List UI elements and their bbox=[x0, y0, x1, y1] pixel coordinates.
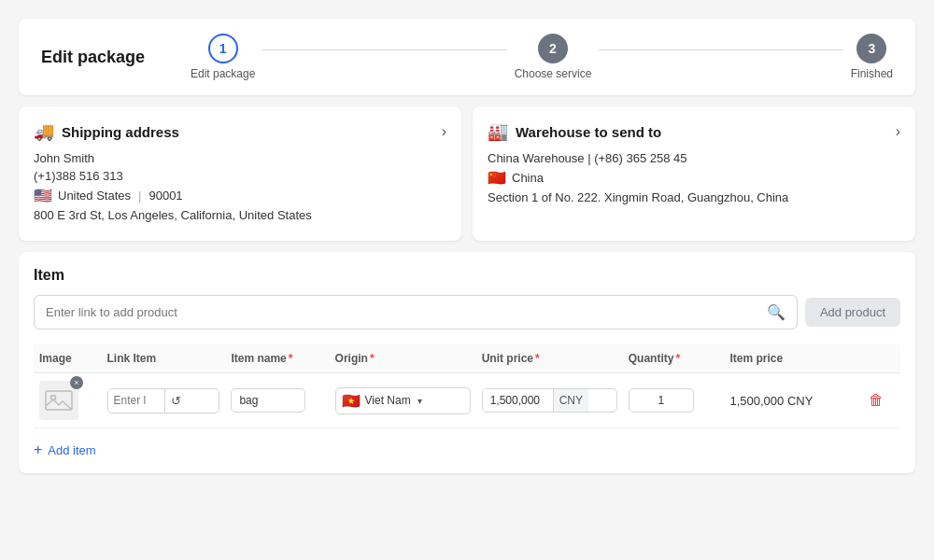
stepper: 1 Edit package 2 Choose service 3 Finish… bbox=[191, 34, 893, 80]
origin-select[interactable]: 🇻🇳 Viet Nam ▾ bbox=[335, 387, 471, 414]
warehouse-icon: 🏭 bbox=[488, 121, 508, 142]
item-price-value: 1,500,000 CNY bbox=[729, 394, 813, 408]
shipping-address-header: 🚚 Shipping address › bbox=[34, 121, 446, 142]
step-2-circle: 2 bbox=[538, 34, 568, 63]
shipping-zip: 90001 bbox=[149, 189, 182, 203]
search-row: 🔍 Add product bbox=[34, 295, 900, 329]
warehouse-name-phone: China Warehouse | (+86) 365 258 45 bbox=[488, 151, 900, 165]
col-link-header: Link Item bbox=[102, 344, 226, 373]
product-thumbnail: × bbox=[39, 381, 78, 420]
thumb-close-button[interactable]: × bbox=[70, 376, 83, 389]
add-product-button[interactable]: Add product bbox=[805, 298, 900, 327]
search-input[interactable] bbox=[46, 305, 767, 319]
shipping-name: John Smith bbox=[34, 151, 446, 165]
shipping-flag: 🇺🇸 bbox=[34, 187, 52, 204]
col-name-header: Item name* bbox=[225, 344, 329, 373]
item-table: Image Link Item Item name* Origin* Unit … bbox=[34, 344, 900, 428]
row-qty-cell bbox=[623, 373, 725, 428]
add-item-plus-icon: + bbox=[34, 441, 42, 458]
warehouse-header: 🏭 Warehouse to send to › bbox=[488, 121, 900, 142]
delete-icon: 🗑 bbox=[869, 392, 884, 408]
row-image-cell: × bbox=[34, 373, 102, 428]
shipping-separator: | bbox=[138, 189, 141, 203]
svg-point-1 bbox=[51, 396, 56, 400]
table-row: × ↺ bbox=[34, 373, 900, 428]
add-item-label: Add item bbox=[48, 443, 95, 457]
refresh-icon: ↺ bbox=[171, 394, 181, 408]
delete-row-button[interactable]: 🗑 bbox=[865, 390, 887, 411]
row-unit-price-cell: CNY bbox=[476, 373, 623, 428]
quantity-input[interactable] bbox=[629, 388, 694, 413]
warehouse-chevron-icon[interactable]: › bbox=[896, 123, 900, 140]
unit-price-wrap: CNY bbox=[482, 388, 617, 413]
row-name-cell bbox=[225, 373, 329, 428]
item-section: Item 🔍 Add product Image Link Item Item … bbox=[19, 252, 915, 473]
search-icon-button[interactable]: 🔍 bbox=[767, 303, 785, 321]
col-unit-header: Unit price* bbox=[476, 344, 623, 373]
page-title: Edit package bbox=[41, 48, 191, 67]
close-icon: × bbox=[74, 378, 78, 387]
item-name-input[interactable] bbox=[231, 388, 305, 413]
shipping-address-card: 🚚 Shipping address › John Smith (+1)388 … bbox=[19, 106, 461, 241]
shipping-address: 800 E 3rd St, Los Angeles, California, U… bbox=[34, 208, 446, 222]
step-1-label: Edit package bbox=[191, 67, 255, 80]
step-1-circle: 1 bbox=[208, 34, 238, 63]
origin-select-inner: 🇻🇳 Viet Nam bbox=[342, 392, 411, 410]
shipping-address-title-row: 🚚 Shipping address bbox=[34, 121, 179, 142]
shipping-country-line: 🇺🇸 United States | 90001 bbox=[34, 187, 446, 204]
col-origin-header: Origin* bbox=[330, 344, 476, 373]
truck-icon: 🚚 bbox=[34, 121, 54, 142]
warehouse-country: China bbox=[512, 171, 544, 185]
search-input-wrap: 🔍 bbox=[34, 295, 798, 329]
product-image-icon bbox=[44, 385, 74, 415]
step-line-1 bbox=[262, 49, 506, 50]
warehouse-country-line: 🇨🇳 China bbox=[488, 169, 900, 187]
refresh-button[interactable]: ↺ bbox=[164, 389, 187, 413]
warehouse-flag: 🇨🇳 bbox=[488, 169, 506, 187]
row-link-cell: ↺ bbox=[102, 373, 226, 428]
step-3[interactable]: 3 Finished bbox=[851, 34, 893, 80]
search-icon: 🔍 bbox=[767, 304, 785, 320]
shipping-phone: (+1)388 516 313 bbox=[34, 169, 446, 183]
cards-row: 🚚 Shipping address › John Smith (+1)388 … bbox=[19, 106, 915, 241]
step-3-circle: 3 bbox=[856, 34, 886, 63]
add-item-row[interactable]: + Add item bbox=[34, 441, 900, 458]
shipping-address-chevron-icon[interactable]: › bbox=[442, 123, 446, 140]
col-action-header bbox=[859, 344, 900, 373]
warehouse-title: Warehouse to send to bbox=[516, 124, 661, 140]
col-image-header: Image bbox=[34, 344, 102, 373]
unit-price-input[interactable] bbox=[483, 389, 553, 412]
currency-tag: CNY bbox=[553, 389, 588, 412]
shipping-address-title: Shipping address bbox=[62, 124, 179, 140]
origin-chevron-icon: ▾ bbox=[417, 396, 422, 406]
row-delete-cell: 🗑 bbox=[859, 373, 900, 428]
table-header-row: Image Link Item Item name* Origin* Unit … bbox=[34, 344, 900, 373]
warehouse-card: 🏭 Warehouse to send to › China Warehouse… bbox=[473, 106, 915, 241]
link-input[interactable] bbox=[108, 389, 164, 412]
origin-flag: 🇻🇳 bbox=[342, 392, 361, 410]
warehouse-title-row: 🏭 Warehouse to send to bbox=[488, 121, 661, 142]
origin-name: Viet Nam bbox=[365, 394, 411, 407]
item-section-title: Item bbox=[34, 267, 900, 284]
step-3-label: Finished bbox=[851, 67, 893, 80]
col-qty-header: Quantity* bbox=[623, 344, 725, 373]
shipping-country: United States bbox=[58, 189, 131, 203]
warehouse-address: Section 1 of No. 222. Xingmin Road, Guan… bbox=[488, 190, 900, 204]
link-input-wrap: ↺ bbox=[107, 388, 220, 413]
col-itemprice-header: Item price bbox=[724, 344, 859, 373]
step-2[interactable]: 2 Choose service bbox=[515, 34, 592, 80]
row-origin-cell: 🇻🇳 Viet Nam ▾ bbox=[330, 373, 476, 428]
step-1[interactable]: 1 Edit package bbox=[191, 34, 255, 80]
row-item-price-cell: 1,500,000 CNY bbox=[724, 373, 859, 428]
step-line-2 bbox=[599, 49, 842, 50]
step-2-label: Choose service bbox=[515, 67, 592, 80]
